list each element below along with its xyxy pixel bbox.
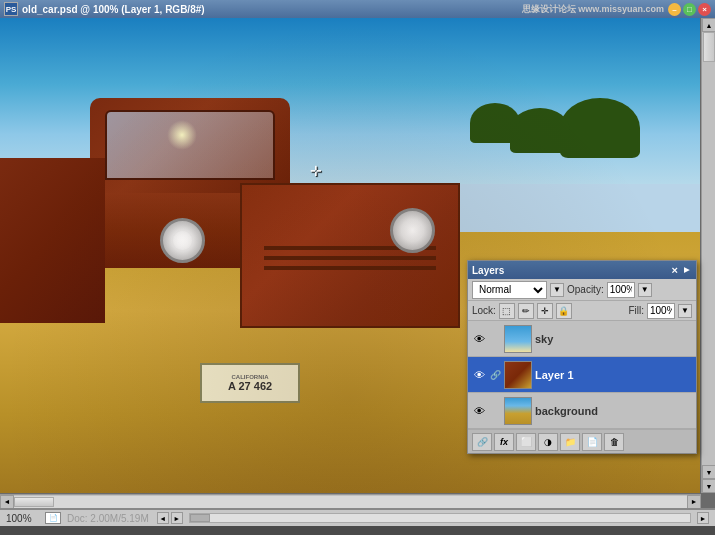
scroll-end-nav[interactable]: ► [697, 512, 709, 524]
license-number: A 27 462 [228, 380, 272, 392]
lock-move-btn[interactable]: ✛ [537, 303, 553, 319]
lock-row: Lock: ⬚ ✏ ✛ 🔒 Fill: ▼ [468, 301, 696, 321]
nav-prev-button[interactable]: ◄ [157, 512, 169, 524]
delete-layer-button[interactable]: 🗑 [604, 433, 624, 451]
layers-panel-options[interactable]: ▶ [680, 264, 692, 276]
grill-3 [264, 266, 437, 270]
scroll-down-button[interactable]: ▼ [702, 465, 715, 479]
status-bar: 100% 📄 Doc: 2.00M/5.19M ◄ ► ► [0, 508, 715, 526]
minimize-button[interactable]: – [668, 3, 681, 16]
scroll-right-button[interactable]: ► [687, 495, 701, 509]
doc-icon: 📄 [45, 512, 61, 524]
scrollbar-right[interactable]: ▲ ▼ ▼ [701, 18, 715, 493]
status-nav: ◄ ► [157, 512, 183, 524]
license-plate: CALIFORNIA A 27 462 [200, 363, 300, 403]
headlight-glare [173, 231, 193, 251]
truck-front-face [240, 183, 460, 328]
layers-panel: Layers × ▶ Normal ▼ Opacity: ▼ Lock: ⬚ ✏… [467, 260, 697, 454]
add-mask-button[interactable]: ⬜ [516, 433, 536, 451]
chain-icon-sky [489, 333, 501, 345]
zoom-level: 100% [6, 513, 41, 524]
fill-arrow[interactable]: ▼ [678, 304, 692, 318]
maximize-button[interactable]: □ [683, 3, 696, 16]
scroll-thumb-horizontal[interactable] [14, 497, 54, 507]
status-scroll-track[interactable] [189, 513, 691, 523]
layer-thumb-sky [504, 325, 532, 353]
layers-panel-close[interactable]: × [672, 264, 678, 276]
status-divider: Doc: 2.00M/5.19M [67, 513, 149, 524]
scrollbar-bottom[interactable]: ◄ ► [0, 494, 701, 508]
layers-panel-titlebar: Layers × ▶ [468, 261, 696, 279]
lock-paint-btn[interactable]: ✏ [518, 303, 534, 319]
tree-1 [560, 98, 640, 158]
adjustment-button[interactable]: ◑ [538, 433, 558, 451]
scroll-thumb-vertical[interactable] [703, 32, 715, 62]
truck-body-left [0, 158, 105, 323]
new-group-button[interactable]: 📁 [560, 433, 580, 451]
layer-row-background[interactable]: 👁 background [468, 393, 696, 429]
lock-all-btn[interactable]: 🔒 [556, 303, 572, 319]
layer-blend-controls: Normal ▼ Opacity: ▼ [468, 279, 696, 301]
status-scroll-thumb[interactable] [190, 514, 210, 522]
layer-row-sky[interactable]: 👁 sky [468, 321, 696, 357]
lock-label: Lock: [472, 305, 496, 316]
eye-icon-sky[interactable]: 👁 [472, 332, 486, 346]
layer-name-sky: sky [535, 333, 692, 345]
tree-3 [470, 103, 520, 143]
window-title: old_car.psd @ 100% (Layer 1, RGB/8#) [22, 4, 522, 15]
scroll-end-button[interactable]: ▼ [702, 479, 715, 493]
layer-name-layer1: Layer 1 [535, 369, 692, 381]
eye-icon-background[interactable]: 👁 [472, 404, 486, 418]
layer-row-layer1[interactable]: 👁 🔗 Layer 1 [468, 357, 696, 393]
layer-thumb-layer1 [504, 361, 532, 389]
opacity-input[interactable] [607, 282, 635, 298]
opacity-label: Opacity: [567, 284, 604, 295]
windshield [105, 110, 275, 180]
nav-next-button[interactable]: ► [171, 512, 183, 524]
new-layer-button[interactable]: 📄 [582, 433, 602, 451]
grill-2 [264, 256, 437, 260]
scroll-left-button[interactable]: ◄ [0, 495, 14, 509]
window-controls[interactable]: – □ × [668, 3, 711, 16]
blend-mode-select[interactable]: Normal [472, 281, 547, 299]
canvas-area: CALIFORNIA A 27 462 ✛ ▲ ▼ ▼ ◄ ► Layers ×… [0, 18, 715, 508]
chain-icon-background [489, 405, 501, 417]
layers-panel-title: Layers [472, 265, 672, 276]
blend-arrow[interactable]: ▼ [550, 283, 564, 297]
right-headlight [390, 208, 435, 253]
watermark: 思缘设计论坛 www.missyuan.com [522, 3, 664, 16]
opacity-arrow[interactable]: ▼ [638, 283, 652, 297]
sun-glare [167, 120, 197, 150]
fill-input[interactable] [647, 303, 675, 319]
eye-icon-layer1[interactable]: 👁 [472, 368, 486, 382]
link-layers-button[interactable]: 🔗 [472, 433, 492, 451]
layers-toolbar: 🔗 fx ⬜ ◑ 📁 📄 🗑 [468, 429, 696, 453]
lock-transparent-btn[interactable]: ⬚ [499, 303, 515, 319]
app-icon: PS [4, 2, 18, 16]
scroll-up-button[interactable]: ▲ [702, 18, 715, 32]
layer-name-background: background [535, 405, 692, 417]
left-headlight [160, 218, 205, 263]
scroll-track-horizontal[interactable] [14, 496, 687, 508]
fx-button[interactable]: fx [494, 433, 514, 451]
title-bar: PS old_car.psd @ 100% (Layer 1, RGB/8#) … [0, 0, 715, 18]
layer-thumb-background [504, 397, 532, 425]
chain-icon-layer1[interactable]: 🔗 [489, 369, 501, 381]
close-button[interactable]: × [698, 3, 711, 16]
layers-list: 👁 sky 👁 🔗 Layer 1 👁 background [468, 321, 696, 429]
fill-label: Fill: [628, 305, 644, 316]
